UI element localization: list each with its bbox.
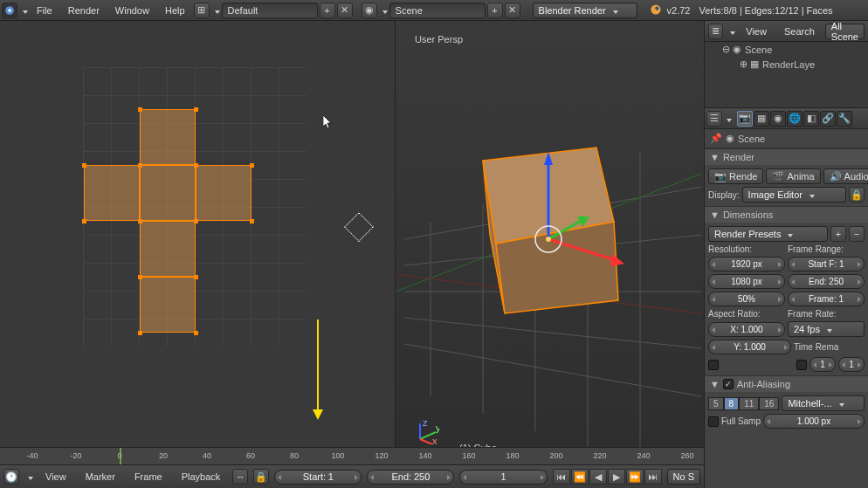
outliner-filter[interactable]: All Scene <box>825 24 865 39</box>
crop-checkbox[interactable] <box>796 360 807 370</box>
outliner-search[interactable]: Search <box>777 23 822 40</box>
outliner-chev[interactable] <box>727 26 735 37</box>
uv-vertex[interactable] <box>138 163 142 168</box>
uv-vertex[interactable] <box>82 219 86 223</box>
end-frame-field[interactable]: End: 250 <box>367 470 454 485</box>
panel-dimensions-header[interactable]: ▼ Dimensions <box>705 207 868 223</box>
aa-filter-dropdown[interactable]: Mitchell-... <box>782 395 865 411</box>
lock-range-icon[interactable]: 🔒 <box>253 469 269 485</box>
uv-vertex[interactable] <box>250 163 254 168</box>
tab-scene-icon[interactable]: ◉ <box>770 111 786 127</box>
preset-add[interactable]: + <box>830 226 846 242</box>
frame-step-field[interactable]: Frame: 1 <box>788 292 865 306</box>
res-percent-field[interactable]: 50% <box>708 292 785 306</box>
uv-vertex[interactable] <box>194 219 198 223</box>
uv-vertex[interactable] <box>194 331 198 335</box>
preset-remove[interactable]: − <box>849 226 865 242</box>
tree-renderlayers[interactable]: ⊕ ▦ RenderLaye <box>705 57 868 72</box>
uv-canvas[interactable] <box>0 21 395 464</box>
uv-face[interactable] <box>196 165 251 221</box>
full-sample-checkbox[interactable] <box>708 416 719 427</box>
scene-field[interactable]: Scene <box>389 3 486 18</box>
layout-add[interactable]: + <box>320 3 335 18</box>
tab-constraints-icon[interactable]: 🔗 <box>820 111 836 127</box>
aa-sample-16[interactable]: 16 <box>759 397 779 410</box>
frame-end-field[interactable]: End: 250 <box>788 274 865 289</box>
scene-dropdown-toggle[interactable] <box>379 5 388 16</box>
uv-face[interactable] <box>140 277 196 333</box>
aspect-x-field[interactable]: X: 1.000 <box>708 322 785 337</box>
render-button[interactable]: 📷Rende <box>708 168 763 184</box>
timeline-type-chev[interactable] <box>24 471 33 482</box>
remap-old-field[interactable]: 1 <box>809 357 836 372</box>
current-frame-field[interactable]: 1 <box>459 470 547 485</box>
tl-menu-view[interactable]: View <box>38 468 73 485</box>
uv-vertex[interactable] <box>82 163 86 168</box>
aspect-y-field[interactable]: Y: 1.000 <box>708 340 791 354</box>
uv-vertex[interactable] <box>138 275 142 279</box>
uv-vertex[interactable] <box>194 163 198 168</box>
uv-vertex[interactable] <box>194 275 198 279</box>
tree-scene[interactable]: ⊖ ◉ Scene <box>705 42 868 57</box>
editor-type-dropdown[interactable] <box>19 5 28 16</box>
uv-face[interactable] <box>140 165 196 221</box>
play-reverse-icon[interactable]: ◀ <box>589 469 607 485</box>
border-checkbox[interactable] <box>708 360 719 370</box>
blender-icon[interactable] <box>2 3 17 18</box>
display-dropdown[interactable]: Image Editor <box>742 187 846 203</box>
uv-vertex[interactable] <box>138 107 142 112</box>
range-icon[interactable]: ↔ <box>232 469 248 485</box>
scene-add[interactable]: + <box>487 3 503 18</box>
outliner-view[interactable]: View <box>739 23 774 40</box>
layout-dropdown-toggle[interactable] <box>211 5 220 16</box>
scene-remove[interactable]: ✕ <box>505 3 520 18</box>
timeline-ruler[interactable]: -40 -20 0 20 40 60 80 100 120 140 160 18… <box>0 448 704 465</box>
keyframe-prev-icon[interactable]: ⏪ <box>571 469 589 485</box>
uv-vertex[interactable] <box>138 331 142 335</box>
uv-vertex[interactable] <box>138 219 142 223</box>
tl-menu-playback[interactable]: Playback <box>175 468 228 485</box>
panel-aa-header[interactable]: ▼ Anti-Aliasing <box>705 376 868 392</box>
render-engine-dropdown[interactable]: Blender Render <box>533 3 637 18</box>
tab-layers-icon[interactable]: ▦ <box>754 111 769 127</box>
aa-checkbox[interactable] <box>723 379 734 389</box>
fps-dropdown[interactable]: 24 fps <box>788 321 865 337</box>
cube-mesh[interactable] <box>483 148 618 313</box>
menu-file[interactable]: File <box>30 2 59 19</box>
panel-render-header[interactable]: ▼ Render <box>705 149 868 165</box>
tl-menu-frame[interactable]: Frame <box>127 468 169 485</box>
outliner-type-icon[interactable]: ≣ <box>708 24 723 39</box>
scene-browse-icon[interactable]: ◉ <box>362 3 377 18</box>
menu-render[interactable]: Render <box>61 2 107 19</box>
layout-remove[interactable]: ✕ <box>337 3 353 18</box>
res-y-field[interactable]: 1080 px <box>708 274 785 289</box>
timeline-type-icon[interactable]: 🕐 <box>3 469 19 485</box>
pin-icon[interactable]: 📌 <box>710 133 722 144</box>
viewport-canvas[interactable]: User Persp (1) Cube z y x <box>396 21 704 464</box>
frame-start-field[interactable]: Start F: 1 <box>788 257 865 271</box>
jump-start-icon[interactable]: ⏮ <box>553 469 570 485</box>
menu-window[interactable]: Window <box>108 2 156 19</box>
aa-sample-5[interactable]: 5 <box>708 397 724 410</box>
render-presets-dropdown[interactable]: Render Presets <box>708 226 828 242</box>
uv-face[interactable] <box>140 221 196 277</box>
layout-field[interactable]: Default <box>222 3 318 18</box>
uv-vertex[interactable] <box>194 107 198 112</box>
audio-button[interactable]: 🔊Audio <box>823 168 868 184</box>
aa-sample-8[interactable]: 8 <box>724 397 740 410</box>
uv-face[interactable] <box>84 165 140 221</box>
sync-dropdown[interactable]: No S <box>667 469 700 485</box>
jump-end-icon[interactable]: ⏭ <box>644 469 662 485</box>
keyframe-next-icon[interactable]: ⏩ <box>626 469 644 485</box>
remap-new-field[interactable]: 1 <box>838 357 865 372</box>
uv-vertex[interactable] <box>250 219 254 223</box>
screen-browse-icon[interactable]: ⊞ <box>194 3 210 18</box>
menu-help[interactable]: Help <box>158 2 192 19</box>
props-type-icon[interactable]: ☰ <box>706 111 722 127</box>
props-type-chev[interactable] <box>723 113 732 124</box>
aa-size-field[interactable]: 1.000 px <box>763 414 865 429</box>
tl-menu-marker[interactable]: Marker <box>79 468 122 485</box>
aa-sample-11[interactable]: 11 <box>739 397 759 410</box>
tab-world-icon[interactable]: 🌐 <box>787 111 803 127</box>
start-frame-field[interactable]: Start: 1 <box>274 470 362 485</box>
